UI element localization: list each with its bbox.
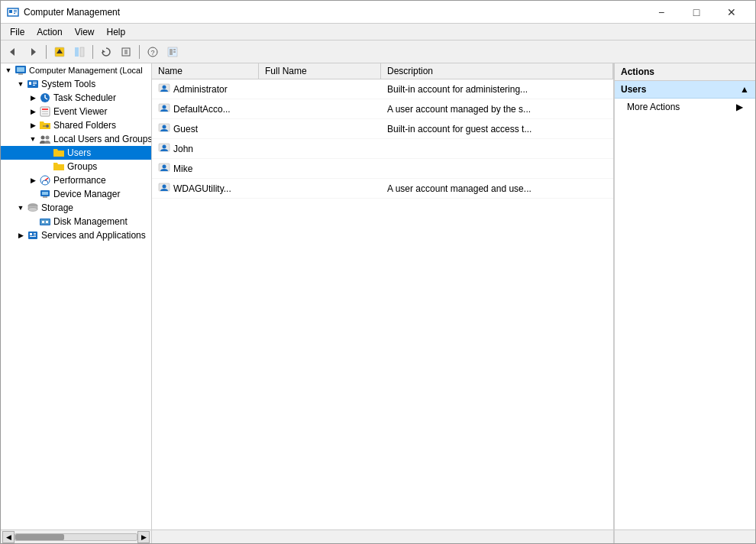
scroll-left-arrow[interactable]: ◀: [2, 531, 15, 543]
export-button[interactable]: [117, 43, 135, 61]
maximize-button[interactable]: □: [679, 1, 714, 24]
tree-node-system-tools[interactable]: ▼ System Tools: [1, 77, 151, 91]
expand-task-scheduler[interactable]: ▶: [27, 92, 39, 104]
bottom-area: ◀ ▶: [1, 529, 755, 543]
svg-point-40: [46, 136, 50, 140]
user-name-text: Mike: [173, 164, 192, 174]
properties-button[interactable]: [163, 43, 182, 61]
tree-node-services[interactable]: ▶ Services and Applications: [1, 228, 151, 242]
local-users-icon: [39, 133, 51, 145]
svg-rect-49: [40, 219, 50, 225]
expand-performance[interactable]: ▶: [27, 174, 39, 186]
more-actions-label: More Actions: [627, 102, 680, 112]
expand-root[interactable]: ▼: [2, 64, 15, 76]
shared-folders-icon: [39, 119, 51, 131]
expand-users: [40, 147, 53, 159]
user-description-cell: [381, 167, 613, 170]
user-fullname-cell: [259, 187, 381, 190]
col-header-name[interactable]: Name: [152, 63, 259, 79]
user-name-text: John: [173, 144, 193, 154]
task-scheduler-icon: [39, 92, 51, 104]
menu-view[interactable]: View: [69, 25, 101, 39]
expand-local-users[interactable]: ▼: [27, 133, 39, 145]
more-actions-arrow: ▶: [736, 102, 743, 112]
window-title: Computer Management: [24, 7, 644, 18]
tree-node-local-users[interactable]: ▼ Local Users and Groups: [1, 132, 151, 146]
back-button[interactable]: [4, 43, 22, 61]
tree-node-root[interactable]: ▼ Computer Management (Local: [1, 63, 151, 77]
scroll-right-arrow[interactable]: ▶: [137, 531, 150, 543]
user-description-cell: A user account managed and use...: [381, 182, 613, 196]
tree-node-task-scheduler[interactable]: ▶ Task Scheduler: [1, 91, 151, 105]
user-icon: [158, 82, 170, 96]
svg-rect-27: [33, 82, 37, 83]
user-fullname-cell: [259, 167, 381, 170]
svg-rect-50: [42, 221, 44, 223]
disk-management-label: Disk Management: [53, 216, 128, 227]
expand-services[interactable]: ▶: [15, 229, 27, 241]
tree-node-users[interactable]: Users: [1, 146, 151, 160]
col-header-description[interactable]: Description: [381, 63, 613, 79]
user-fullname-cell: [259, 88, 381, 91]
groups-folder-icon: [53, 160, 65, 173]
storage-label: Storage: [41, 202, 73, 213]
users-label: Users: [67, 147, 91, 158]
title-bar: Computer Management − □ ✕: [1, 1, 755, 24]
help-button[interactable]: ?: [144, 43, 162, 61]
menu-action[interactable]: Action: [31, 25, 68, 39]
show-hide-button[interactable]: [70, 43, 89, 61]
more-actions-item[interactable]: More Actions ▶: [615, 99, 755, 115]
list-item[interactable]: AdministratorBuilt-in account for admini…: [152, 79, 613, 99]
expand-system-tools[interactable]: ▼: [15, 78, 27, 90]
user-icon: [158, 141, 170, 156]
computer-icon: [15, 64, 27, 76]
device-manager-label: Device Manager: [53, 189, 120, 199]
svg-rect-28: [33, 83, 37, 84]
close-button[interactable]: ✕: [714, 1, 749, 24]
expand-shared-folders[interactable]: ▶: [27, 119, 39, 131]
svg-rect-19: [170, 49, 173, 55]
col-header-fullname[interactable]: Full Name: [259, 63, 381, 79]
user-fullname-cell: [259, 147, 381, 151]
event-viewer-label: Event Viewer: [53, 106, 107, 117]
tree-node-groups[interactable]: Groups: [1, 160, 151, 173]
services-label: Services and Applications: [41, 230, 146, 241]
actions-panel: Actions Users ▲ More Actions ▶: [614, 63, 755, 529]
services-icon: [27, 229, 39, 241]
menu-file[interactable]: File: [4, 25, 31, 39]
list-item[interactable]: GuestBuilt-in account for guest access t…: [152, 119, 613, 139]
tree-node-device-manager[interactable]: Device Manager: [1, 187, 151, 201]
scroll-track[interactable]: [15, 533, 137, 541]
tree-scrollbar: ◀ ▶: [1, 530, 152, 543]
root-label: Computer Management (Local: [29, 66, 143, 75]
up-button[interactable]: [50, 43, 69, 61]
tree-node-storage[interactable]: ▼ Storage: [1, 201, 151, 215]
expand-storage[interactable]: ▼: [15, 202, 27, 214]
svg-rect-43: [42, 192, 48, 195]
expand-event-viewer[interactable]: ▶: [27, 105, 39, 118]
svg-rect-21: [173, 51, 176, 53]
minimize-button[interactable]: −: [644, 1, 679, 24]
svg-rect-29: [33, 85, 35, 86]
tree-node-disk-management[interactable]: Disk Management: [1, 215, 151, 228]
list-item[interactable]: WDAGUtility...A user account managed and…: [152, 179, 613, 199]
tree-node-shared-folders[interactable]: ▶ Shared Folders: [1, 118, 151, 132]
user-fullname-cell: [259, 108, 381, 111]
system-tools-icon: [27, 78, 39, 90]
svg-rect-51: [46, 221, 48, 223]
task-scheduler-label: Task Scheduler: [53, 92, 116, 103]
refresh-button[interactable]: [97, 43, 115, 61]
user-name-text: Guest: [173, 124, 198, 134]
menu-help[interactable]: Help: [101, 25, 132, 39]
svg-rect-3: [14, 11, 17, 12]
svg-point-62: [163, 125, 166, 129]
shared-folders-label: Shared Folders: [53, 120, 116, 131]
tree-node-performance[interactable]: ▶ Performance: [1, 173, 151, 187]
list-item[interactable]: DefaultAcco...A user account managed by …: [152, 99, 613, 119]
tree-node-event-viewer[interactable]: ▶ Event Viewer: [1, 105, 151, 118]
forward-button[interactable]: [24, 43, 42, 61]
expand-device-manager: [27, 188, 39, 200]
list-item[interactable]: Mike: [152, 159, 613, 179]
list-item[interactable]: John: [152, 139, 613, 159]
user-name-cell: John: [152, 140, 259, 157]
